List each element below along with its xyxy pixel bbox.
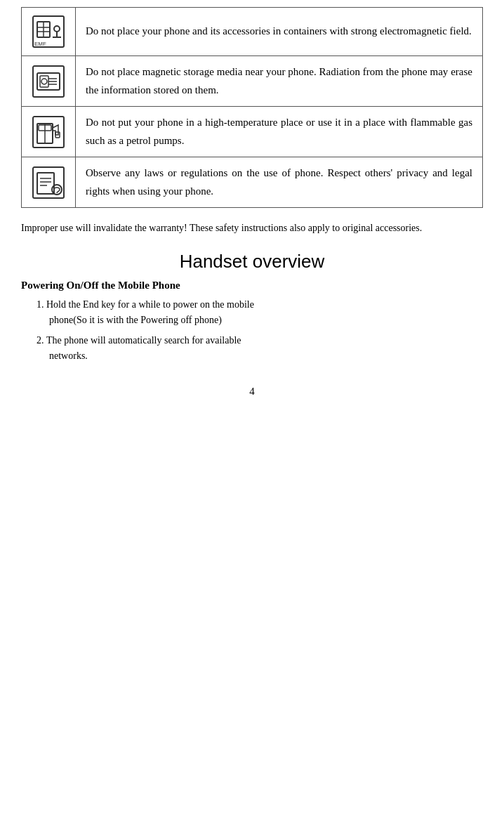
svg-text:EMF: EMF — [34, 41, 46, 47]
icon-cell-laws — [22, 157, 76, 208]
subsection-title: Powering On/Off the Mobile Phone — [21, 280, 483, 291]
page-number: 4 — [21, 386, 483, 398]
step-2: The phone will automatically search for … — [46, 333, 483, 365]
safety-table: EMF Do not place your phone and its acce… — [21, 7, 483, 208]
table-row: Observe any laws or regulations on the u… — [22, 157, 483, 208]
step-1-sub: phone(So it is with the Powering off pho… — [49, 313, 483, 328]
footer-note: Improper use will invalidate the warrant… — [21, 221, 483, 235]
table-row: EMF Do not place your phone and its acce… — [22, 8, 483, 56]
step-2-sub: networks. — [49, 348, 483, 364]
table-row: Do not put your phone in a high-temperat… — [22, 107, 483, 157]
icon-cell-electromagnetic: EMF — [22, 8, 76, 56]
icon-cell-magnetic — [22, 56, 76, 107]
table-row: Do not place magnetic storage media near… — [22, 56, 483, 107]
step-1: Hold the End key for a while to power on… — [46, 297, 483, 329]
text-cell-3: Observe any laws or regulations on the u… — [76, 157, 483, 208]
icon-cell-petrol — [22, 107, 76, 157]
section-title: Handset overview — [21, 251, 483, 273]
text-cell-2: Do not put your phone in a high-temperat… — [76, 107, 483, 157]
text-cell-1: Do not place magnetic storage media near… — [76, 56, 483, 107]
steps-list: Hold the End key for a while to power on… — [46, 297, 483, 365]
svg-point-27 — [56, 194, 58, 195]
text-cell-0: Do not place your phone and its accessor… — [76, 8, 483, 56]
